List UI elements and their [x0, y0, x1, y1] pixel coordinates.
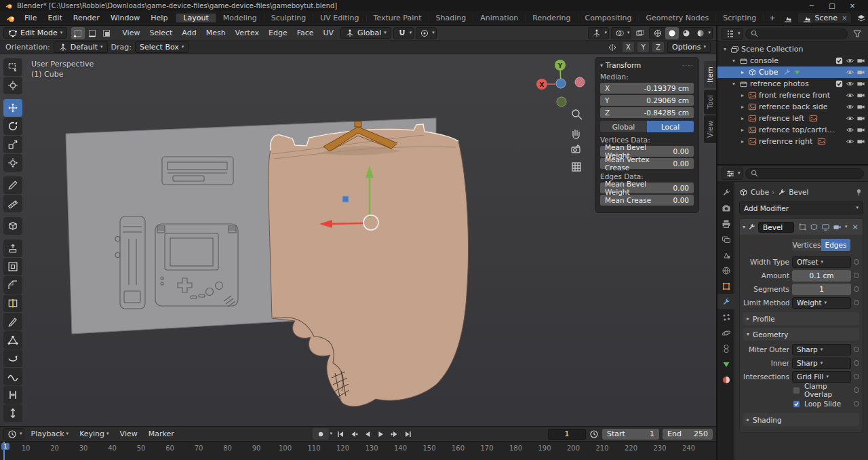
play-reverse-button[interactable] — [361, 428, 374, 440]
disable-in-renders-toggle[interactable] — [856, 79, 865, 88]
properties-tab-data[interactable] — [717, 356, 734, 372]
disable-in-renders-toggle[interactable] — [856, 126, 865, 134]
median-x-field[interactable]: X-0.19379 cm — [600, 83, 694, 94]
blender-menu-button[interactable] — [3, 11, 19, 25]
miter-outer-dropdown[interactable]: Sharp▾ — [792, 344, 851, 356]
collapse-arrow-icon[interactable]: ▾ — [722, 46, 728, 52]
axis-y-neg-ball[interactable] — [557, 97, 566, 107]
tool-spin[interactable] — [3, 349, 22, 367]
menu-file[interactable]: File — [19, 14, 42, 22]
workspace-tab-texture-paint[interactable]: Texture Paint — [367, 14, 429, 22]
outliner-row-console[interactable]: ▾console — [717, 55, 868, 66]
width-type-dropdown[interactable]: Offset▾ — [792, 256, 851, 268]
workspace-tab-shading[interactable]: Shading — [429, 14, 474, 22]
outliner-row-refrenrce-right[interactable]: ▸refrenrce right — [717, 136, 868, 147]
outliner-row-front-refrence-front[interactable]: ▸front refrence front — [717, 90, 868, 101]
menu-render[interactable]: Render — [68, 14, 105, 22]
timeline-menu-view[interactable]: View — [115, 429, 143, 438]
mean-vertex-crease-field[interactable]: Mean Vertex Crease0.00 — [600, 158, 694, 169]
expand-arrow-icon[interactable]: ▸ — [739, 92, 746, 98]
tool-transform[interactable] — [3, 154, 22, 172]
previous-keyframe-button[interactable] — [347, 428, 361, 440]
properties-tab-view-layer[interactable] — [717, 231, 734, 247]
disable-in-renders-toggle[interactable] — [856, 114, 865, 123]
timeline-ruler[interactable]: 1020304050607080901001101201301401501601… — [0, 442, 716, 460]
properties-tab-scene[interactable] — [717, 247, 734, 263]
options-dropdown[interactable]: Options▾ — [667, 41, 711, 53]
pan-button[interactable] — [573, 130, 579, 138]
animate-property-dot[interactable] — [854, 387, 859, 393]
timeline-menu-marker[interactable]: Marker — [143, 429, 180, 438]
unlink-scene-icon[interactable]: × — [842, 14, 847, 22]
play-button[interactable] — [374, 428, 388, 440]
playhead[interactable]: 1 — [3, 442, 5, 460]
current-frame-field[interactable]: 1 — [548, 429, 586, 440]
animate-property-dot[interactable] — [854, 259, 859, 265]
expand-arrow-icon[interactable]: ▸ — [739, 69, 746, 75]
display-render-toggle[interactable] — [832, 222, 843, 233]
tool-add-cube[interactable] — [3, 217, 22, 235]
modifier-name-field[interactable]: Bevel — [758, 222, 794, 233]
sidebar-tab-tool[interactable]: Tool — [704, 90, 716, 114]
viewport-menu-view[interactable]: View — [117, 28, 144, 37]
viewport-menu-select[interactable]: Select — [144, 28, 177, 37]
mean-bevel-weight-field[interactable]: Mean Bevel Weight0.00 — [600, 183, 694, 193]
disable-in-renders-toggle[interactable] — [856, 91, 865, 100]
axis-z-ball[interactable] — [556, 79, 566, 88]
outliner-row-refrence-back-side[interactable]: ▸refrence back side — [717, 101, 868, 113]
shading-rendered-button[interactable] — [694, 27, 707, 39]
tool-extrude[interactable] — [3, 239, 22, 257]
properties-tab-render[interactable] — [717, 200, 734, 216]
menu-window[interactable]: Window — [105, 14, 145, 22]
viewport-menu-face[interactable]: Face — [292, 28, 319, 37]
keying-set-dropdown[interactable]: ▾ — [330, 432, 333, 436]
outliner-row-refrence-photos[interactable]: ▾refrence photos — [717, 78, 868, 90]
jump-to-end-button[interactable] — [401, 428, 415, 440]
properties-tab-constraints[interactable] — [717, 341, 734, 356]
tool-shrink-fatten[interactable] — [3, 404, 22, 422]
collection-checkbox[interactable] — [835, 56, 844, 65]
add-modifier-button[interactable]: Add Modifier ▾ — [739, 202, 863, 214]
mesh-body[interactable] — [269, 124, 469, 406]
mean-crease-field[interactable]: Mean Crease0.00 — [600, 195, 694, 206]
filter-button[interactable] — [850, 28, 864, 40]
axis-x-neg-ball[interactable] — [575, 77, 585, 87]
tool-inset[interactable] — [3, 258, 22, 275]
segments-field[interactable]: 1 — [792, 284, 851, 295]
tool-annotate[interactable] — [3, 176, 22, 194]
jump-to-start-button[interactable] — [334, 428, 347, 440]
modifier-extras-dropdown[interactable]: ▾ — [845, 225, 848, 229]
proportional-options-dropdown[interactable]: ▾ — [432, 31, 435, 35]
show-gizmos-toggle[interactable] — [590, 27, 604, 39]
shading-material-button[interactable] — [679, 27, 693, 39]
disable-in-renders-toggle[interactable] — [856, 137, 865, 146]
delete-modifier-button[interactable]: × — [850, 223, 860, 231]
properties-tab-object[interactable] — [717, 278, 734, 294]
hide-in-viewport-toggle[interactable] — [846, 126, 854, 134]
editor-type-button[interactable] — [724, 28, 737, 40]
geometry-panel-header[interactable]: ▾ Geometry — [743, 328, 859, 341]
gizmo-x-axis-handle[interactable] — [332, 223, 363, 224]
expand-arrow-icon[interactable]: ▸ — [739, 115, 746, 121]
properties-search-input[interactable] — [745, 168, 864, 179]
workspace-tab-sculpting[interactable]: Sculpting — [264, 14, 313, 22]
expand-arrow-icon[interactable]: ▸ — [739, 127, 746, 133]
tool-rotate[interactable] — [3, 117, 22, 135]
frame-end-field[interactable]: End 250 — [663, 429, 713, 440]
transform-orientation-dropdown[interactable]: Global▾ — [340, 27, 391, 39]
mode-selector[interactable]: Edit Mode▾ — [3, 27, 67, 39]
outliner-search-input[interactable] — [745, 28, 848, 39]
clamp-overlap-checkbox[interactable]: Clamp Overlap — [792, 382, 851, 398]
menu-help[interactable]: Help — [145, 14, 173, 22]
median-z-field[interactable]: Z-0.84285 cm — [600, 107, 694, 118]
animate-property-dot[interactable] — [854, 273, 859, 278]
workspace-tab-geometry-nodes[interactable]: Geometry Nodes — [639, 14, 716, 22]
mirror-x-button[interactable]: X — [623, 42, 634, 52]
hide-in-viewport-toggle[interactable] — [846, 114, 854, 123]
disable-in-renders-toggle[interactable] — [856, 68, 865, 77]
animate-property-dot[interactable] — [854, 360, 859, 366]
properties-tab-modifiers[interactable] — [717, 294, 734, 309]
workspace-tab-uv-editing[interactable]: UV Editing — [313, 14, 366, 22]
close-button[interactable]: × — [842, 2, 863, 9]
mirror-y-button[interactable]: Y — [637, 42, 649, 52]
